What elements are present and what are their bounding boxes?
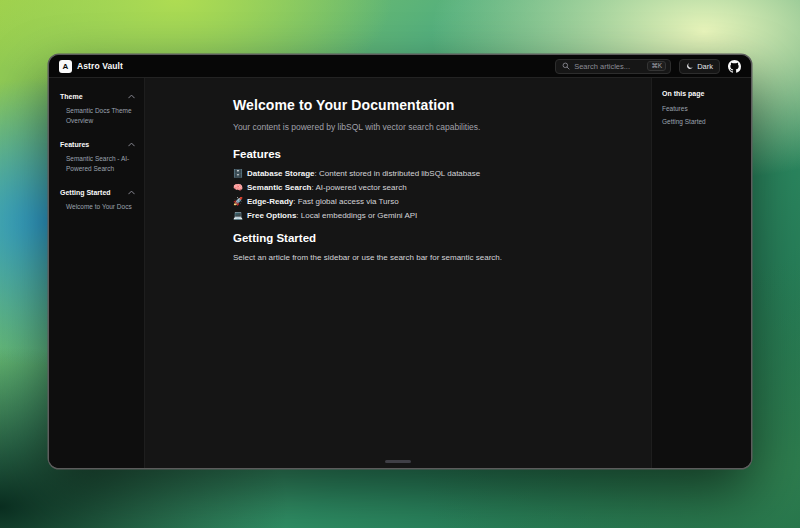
- header-bar: A Astro Vault ⌘K Dark: [49, 55, 751, 78]
- sidebar-item-semantic-search[interactable]: Semantic Search - AI-Powered Search: [58, 151, 137, 177]
- features-heading: Features: [233, 148, 611, 160]
- sidebar-item-welcome-to-your-docs[interactable]: Welcome to Your Docs: [58, 199, 137, 215]
- sidebar-nav: Theme Semantic Docs Theme Overview Featu…: [49, 78, 145, 468]
- app-window: A Astro Vault ⌘K Dark: [49, 55, 751, 468]
- feature-label: Database Storage: [247, 169, 315, 178]
- window-body: Theme Semantic Docs Theme Overview Featu…: [49, 78, 751, 468]
- features-list: 🗄️ Database Storage: Content stored in d…: [233, 169, 611, 220]
- github-link[interactable]: [728, 60, 741, 73]
- chevron-up-icon: [128, 94, 135, 99]
- getting-started-paragraph: Select an article from the sidebar or us…: [233, 253, 611, 262]
- feature-text: : Fast global access via Turso: [293, 197, 398, 206]
- feature-label: Edge-Ready: [247, 197, 293, 206]
- getting-started-heading: Getting Started: [233, 232, 611, 244]
- moon-icon: [686, 62, 694, 70]
- search-box[interactable]: ⌘K: [555, 59, 671, 74]
- chevron-up-icon: [128, 190, 135, 195]
- toc-heading: On this page: [662, 90, 743, 97]
- brain-emoji-icon: 🧠: [233, 184, 243, 192]
- feature-item-edge-ready: 🚀 Edge-Ready: Fast global access via Tur…: [233, 197, 611, 206]
- sidebar-section-header-getting-started[interactable]: Getting Started: [58, 186, 137, 199]
- laptop-emoji-icon: 💻: [233, 212, 243, 220]
- theme-toggle-label: Dark: [697, 62, 713, 71]
- theme-toggle-button[interactable]: Dark: [679, 59, 720, 74]
- feature-text: : Local embeddings or Gemini API: [296, 211, 417, 220]
- search-icon: [562, 62, 570, 70]
- sidebar-section-label: Theme: [60, 93, 83, 100]
- sidebar-item-semantic-docs-theme-overview[interactable]: Semantic Docs Theme Overview: [58, 103, 137, 129]
- feature-text: : Content stored in distributed libSQL d…: [315, 169, 481, 178]
- feature-text: : AI-powered vector search: [311, 183, 406, 192]
- toc-link-features[interactable]: Features: [662, 105, 743, 112]
- horizontal-scrollbar-thumb[interactable]: [385, 460, 411, 463]
- sidebar-section-features: Features Semantic Search - AI-Powered Se…: [58, 138, 137, 177]
- feature-item-semantic-search: 🧠 Semantic Search: AI-powered vector sea…: [233, 183, 611, 192]
- app-title: Astro Vault: [77, 61, 123, 71]
- feature-label: Semantic Search: [247, 183, 311, 192]
- feature-item-free-options: 💻 Free Options: Local embeddings or Gemi…: [233, 211, 611, 220]
- github-icon: [728, 60, 741, 73]
- feature-label: Free Options: [247, 211, 296, 220]
- main-content: Welcome to Your Documentation Your conte…: [145, 78, 651, 468]
- page-title: Welcome to Your Documentation: [233, 97, 611, 113]
- sidebar-section-getting-started: Getting Started Welcome to Your Docs: [58, 186, 137, 215]
- sidebar-section-label: Features: [60, 141, 89, 148]
- search-input[interactable]: [574, 62, 643, 71]
- sidebar-section-theme: Theme Semantic Docs Theme Overview: [58, 90, 137, 129]
- intro-paragraph: Your content is powered by libSQL with v…: [233, 122, 611, 132]
- database-emoji-icon: 🗄️: [233, 170, 243, 178]
- toc-link-getting-started[interactable]: Getting Started: [662, 118, 743, 125]
- feature-item-database-storage: 🗄️ Database Storage: Content stored in d…: [233, 169, 611, 178]
- toc-panel: On this page Features Getting Started: [651, 78, 751, 468]
- app-logo: A: [59, 60, 72, 73]
- shortcut-badge: ⌘K: [647, 61, 666, 72]
- rocket-emoji-icon: 🚀: [233, 198, 243, 206]
- sidebar-section-header-theme[interactable]: Theme: [58, 90, 137, 103]
- sidebar-section-label: Getting Started: [60, 189, 111, 196]
- sidebar-section-header-features[interactable]: Features: [58, 138, 137, 151]
- chevron-up-icon: [128, 142, 135, 147]
